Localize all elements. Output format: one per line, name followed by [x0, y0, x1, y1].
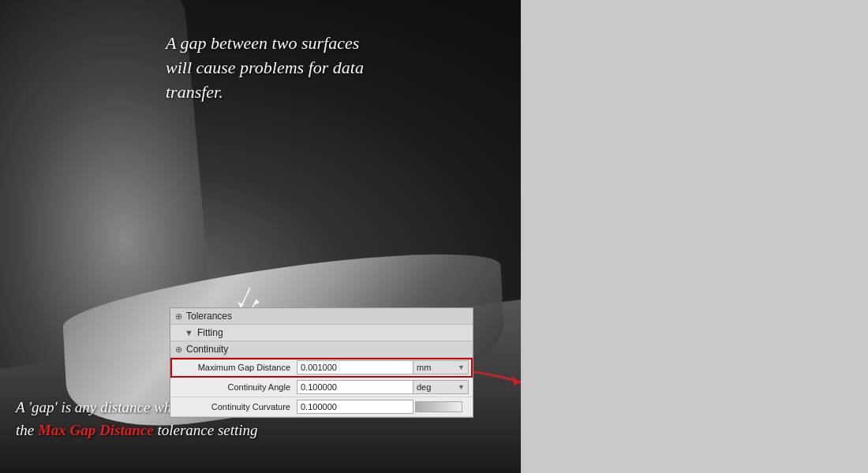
continuity-curvature-slider[interactable]	[415, 401, 462, 412]
fitting-icon: ▼	[185, 328, 193, 337]
image-text-top-label: A gap between two surfaces will cause pr…	[166, 33, 364, 102]
fitting-label: Fitting	[197, 327, 223, 338]
continuity-curvature-input[interactable]	[297, 400, 413, 414]
svg-marker-3	[253, 300, 260, 305]
max-gap-unit[interactable]: mm ▼	[413, 360, 469, 374]
tolerances-header: ⊕ Tolerances	[170, 308, 473, 325]
continuity-angle-dropdown-arrow: ▼	[458, 383, 465, 391]
max-gap-label: Maximum Gap Distance	[170, 363, 297, 372]
continuity-angle-row: Continuity Angle deg ▼	[170, 378, 473, 397]
continuity-curvature-row: Continuity Curvature	[170, 397, 473, 417]
continuity-label: Continuity	[186, 344, 228, 355]
max-gap-unit-label: mm	[417, 363, 431, 372]
tolerances-label: Tolerances	[186, 311, 232, 322]
continuity-angle-input[interactable]	[297, 380, 413, 394]
tolerances-panel: ⊕ Tolerances ▼ Fitting ⊕ Continuity Maxi…	[170, 307, 473, 418]
continuity-angle-unit[interactable]: deg ▼	[413, 380, 469, 394]
fitting-header[interactable]: ▼ Fitting	[170, 325, 473, 341]
continuity-curvature-label: Continuity Curvature	[170, 402, 297, 412]
image-text-highlight: Max Gap Distance	[38, 422, 154, 438]
continuity-header[interactable]: ⊕ Continuity	[170, 341, 473, 358]
right-area	[521, 0, 868, 473]
tolerances-icon: ⊕	[175, 311, 182, 322]
image-text-line2a: the	[16, 422, 38, 438]
continuity-angle-unit-label: deg	[417, 382, 431, 392]
max-gap-input[interactable]	[297, 360, 413, 374]
max-gap-dropdown-arrow: ▼	[458, 363, 465, 371]
image-text-top: A gap between two surfaces will cause pr…	[166, 32, 387, 104]
continuity-angle-label: Continuity Angle	[170, 382, 297, 392]
continuity-icon: ⊕	[175, 345, 182, 355]
max-gap-distance-row: Maximum Gap Distance mm ▼	[170, 358, 473, 378]
image-text-line2b: tolerance setting	[154, 422, 258, 438]
